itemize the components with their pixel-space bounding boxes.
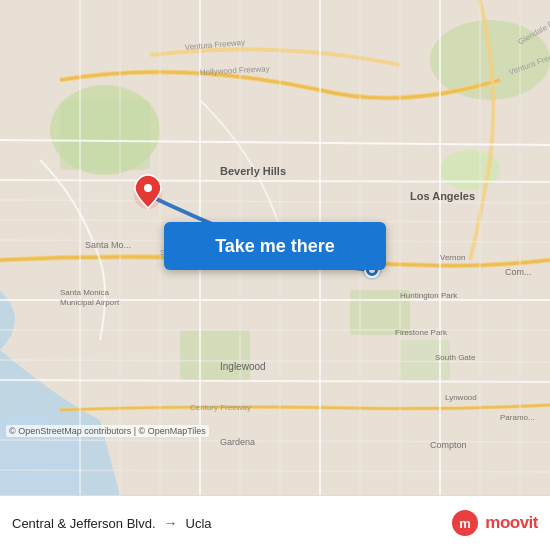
to-location: Ucla	[186, 516, 212, 531]
svg-text:Inglewood: Inglewood	[220, 361, 266, 372]
svg-text:Firestone Park: Firestone Park	[395, 328, 448, 337]
svg-text:Santa Monica: Santa Monica	[60, 288, 109, 297]
map-container[interactable]: Beverly Hills Los Angeles Santa Mo... Sa…	[0, 0, 550, 495]
svg-text:m: m	[459, 516, 471, 531]
svg-point-53	[144, 184, 152, 192]
bottom-bar: Central & Jefferson Blvd. → Ucla m moovi…	[0, 495, 550, 550]
svg-text:Lynwood: Lynwood	[445, 393, 477, 402]
map-attribution: © OpenStreetMap contributors | © OpenMap…	[6, 425, 209, 437]
svg-text:Santa Mo...: Santa Mo...	[85, 240, 131, 250]
svg-text:Beverly Hills: Beverly Hills	[220, 165, 286, 177]
svg-text:Los Angeles: Los Angeles	[410, 190, 475, 202]
svg-text:Municipal Airport: Municipal Airport	[60, 298, 120, 307]
moovit-brand-name: moovit	[485, 513, 538, 533]
take-me-there-button[interactable]: Take me there	[164, 222, 386, 270]
svg-text:Com...: Com...	[505, 267, 532, 277]
from-location: Central & Jefferson Blvd.	[12, 516, 156, 531]
moovit-icon: m	[451, 509, 479, 537]
svg-text:Vernon: Vernon	[440, 253, 465, 262]
svg-text:Gardena: Gardena	[220, 437, 255, 447]
svg-text:South Gate: South Gate	[435, 353, 476, 362]
svg-text:Compton: Compton	[430, 440, 467, 450]
svg-text:Huntington Park: Huntington Park	[400, 291, 458, 300]
moovit-logo: m moovit	[451, 509, 538, 537]
svg-text:Century Freeway: Century Freeway	[190, 403, 251, 412]
svg-text:Paramo...: Paramo...	[500, 413, 535, 422]
route-info: Central & Jefferson Blvd. → Ucla	[12, 515, 451, 531]
svg-rect-2	[60, 100, 150, 170]
arrow-right-icon: →	[164, 515, 178, 531]
